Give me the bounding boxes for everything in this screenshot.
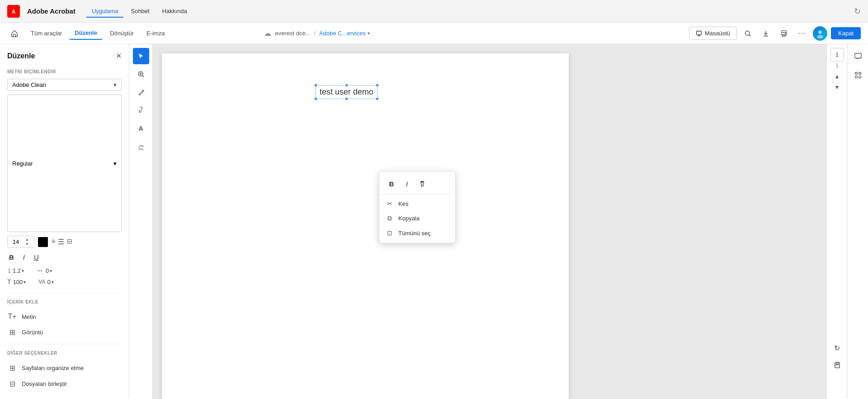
avatar[interactable]: [813, 26, 827, 41]
adobe-services-path[interactable]: Adobe C...ervices ▾: [319, 30, 370, 37]
font-name-dropdown[interactable]: Adobe Clean ▾: [7, 79, 122, 91]
toolbar-actions: Masaüstü ··· Kapat: [689, 26, 861, 41]
panel-title: Düzenle: [7, 52, 35, 60]
bold-button[interactable]: B: [7, 252, 16, 262]
combine-icon: ⊟: [7, 380, 17, 388]
pen-tool-button[interactable]: [133, 84, 149, 100]
chevron-down-icon: ▾: [113, 81, 117, 88]
app-name: Adobe Acrobat: [27, 7, 75, 15]
line-spacing-icon: ↕: [7, 266, 11, 275]
ctx-kopyala-item[interactable]: ⧉ Kopyala: [379, 211, 455, 226]
char-spacing-value[interactable]: 0 ▾: [46, 267, 52, 274]
font-name-row: Adobe Clean ▾: [7, 79, 122, 91]
tab-eimza[interactable]: E-imza: [141, 27, 170, 40]
scale-icon: T: [7, 278, 11, 285]
text-add-icon: T+: [7, 313, 17, 321]
download-button[interactable]: [759, 26, 773, 41]
ctx-kes-item[interactable]: ✂ Kes: [379, 196, 455, 211]
text-tool-button[interactable]: A: [133, 120, 149, 137]
align-list-icon[interactable]: ≡: [52, 238, 55, 246]
chevron-down-icon: ▾: [52, 280, 54, 285]
add-text-item[interactable]: T+ Metin: [7, 309, 122, 324]
page-up-button[interactable]: ▲: [830, 71, 844, 81]
align-list2-icon[interactable]: ☰: [58, 238, 64, 246]
image-add-icon: ⊞: [7, 328, 17, 337]
va-icon: VA: [38, 279, 45, 285]
char-spacing-icon: ↔: [37, 266, 44, 275]
context-menu: B I ✂ Kes ⧉ Kopyala ⊡ Tümünü seç: [379, 171, 456, 243]
font-style-dropdown[interactable]: Regular ▾: [7, 95, 122, 232]
chevron-down-icon: ▾: [22, 268, 24, 273]
right-panel: [847, 44, 868, 399]
tab-duzenle[interactable]: Düzenle: [69, 27, 103, 40]
size-down-icon[interactable]: ▼: [24, 242, 30, 247]
zoom-tool-button[interactable]: [133, 66, 149, 82]
panel-header: Düzenle ✕: [7, 52, 122, 60]
size-color-row: ▲ ▼ ≡ ☰ ⊟: [7, 236, 122, 248]
menu-bar: Uygulama Sohbet Hakkında: [86, 5, 193, 17]
menu-uygulama[interactable]: Uygulama: [86, 5, 124, 17]
side-toolbar: A: [129, 44, 153, 399]
tab-tum-araclar[interactable]: Tüm araçlar: [25, 27, 67, 40]
select-tool-button[interactable]: [133, 48, 149, 64]
search-button[interactable]: [741, 26, 755, 41]
handle-bc: [345, 97, 348, 100]
handle-tc: [345, 84, 348, 87]
link-tool-button[interactable]: [133, 102, 149, 119]
refresh-icon[interactable]: ↻: [854, 6, 861, 16]
svg-rect-11: [835, 362, 840, 368]
text-format-row: B I U: [7, 252, 122, 262]
page-down-button[interactable]: ▼: [830, 82, 844, 92]
add-section-label: İÇERİK EKLE: [7, 299, 122, 304]
va-control: VA 0 ▾: [38, 279, 53, 285]
home-button[interactable]: [7, 26, 22, 41]
print-button[interactable]: [777, 26, 791, 41]
page-indicator: 1 1 ▲ ▼ ↻: [826, 44, 847, 399]
tab-donustur[interactable]: Dönüştür: [104, 27, 139, 40]
align-left-icon[interactable]: ⊟: [67, 238, 72, 246]
bookmark-icon[interactable]: [830, 358, 844, 372]
scale-value[interactable]: 100 ▾: [13, 279, 26, 285]
other-section-label: DİĞER SEÇENEKLER: [7, 351, 122, 356]
page-number-box[interactable]: 1: [830, 48, 844, 62]
comments-button[interactable]: [850, 48, 866, 64]
font-size-field[interactable]: [8, 236, 24, 247]
masaustu-button[interactable]: Masaüstü: [689, 27, 737, 40]
cloud-path-item[interactable]: everest dce...: [275, 30, 310, 37]
svg-rect-15: [855, 76, 857, 78]
ctx-tumunu-sec-item[interactable]: ⊡ Tümünü seç: [379, 226, 455, 240]
combine-files-item[interactable]: ⊟ Dosyaları birleştir: [7, 376, 122, 392]
menu-hakkinda[interactable]: Hakkında: [157, 5, 193, 17]
ctx-bold-button[interactable]: B: [385, 177, 398, 190]
size-up-icon[interactable]: ▲: [24, 238, 30, 242]
add-image-item[interactable]: ⊞ Görüntü: [7, 324, 122, 340]
svg-point-6: [785, 33, 786, 34]
font-size-input[interactable]: ▲ ▼: [7, 236, 34, 248]
pdf-page: test user demo B I ✂ Kes ⧉ Kopyala: [162, 53, 569, 399]
organize-pages-item[interactable]: ⊞ Sayfaları organize etme: [7, 360, 122, 376]
underline-button[interactable]: U: [32, 252, 41, 262]
va-value[interactable]: 0 ▾: [47, 279, 53, 285]
scale-control: T 100 ▾: [7, 278, 26, 285]
italic-button[interactable]: I: [21, 252, 27, 262]
apps-button[interactable]: [850, 67, 866, 83]
panel-close-button[interactable]: ✕: [116, 52, 122, 60]
text-element[interactable]: test user demo: [316, 85, 377, 99]
handle-tl: [314, 84, 317, 87]
refresh-page-icon[interactable]: ↻: [830, 341, 844, 355]
select-all-icon: ⊡: [386, 229, 394, 237]
ctx-italic-button[interactable]: I: [400, 177, 414, 190]
kapat-button[interactable]: Kapat: [831, 27, 861, 39]
context-toolbar: B I: [379, 174, 455, 195]
ctx-delete-button[interactable]: [415, 177, 429, 190]
more-button[interactable]: ···: [795, 26, 809, 41]
text-color-swatch[interactable]: [38, 237, 48, 247]
text-content: test user demo: [320, 87, 373, 96]
main-area: Düzenle ✕ METNİ BİÇİMLENDİR Adobe Clean …: [0, 44, 868, 399]
scissors-icon: ✂: [386, 200, 394, 207]
char-spacing-control: ↔ 0 ▾: [37, 266, 52, 275]
format-section-label: METNİ BİÇİMLENDİR: [7, 69, 122, 74]
signature-tool-button[interactable]: [133, 138, 149, 155]
line-spacing-value[interactable]: 1.2 ▾: [13, 267, 24, 274]
menu-sohbet[interactable]: Sohbet: [125, 5, 155, 17]
